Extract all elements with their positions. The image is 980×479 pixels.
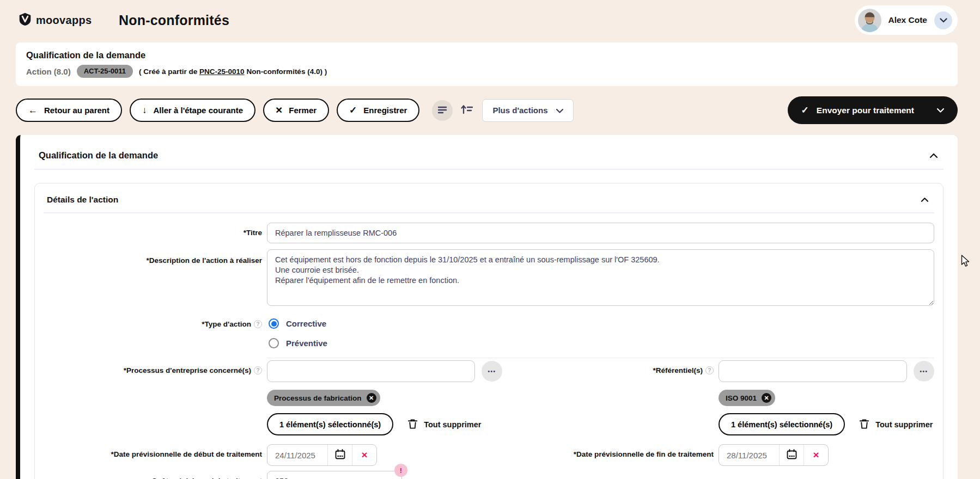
field-type-action: *Type d'action? Corrective Préventive (44, 314, 934, 358)
field-dates: *Date prévisionnelle de début de traitem… (44, 444, 934, 466)
help-icon[interactable]: ? (254, 366, 262, 374)
collapse-details-button[interactable] (918, 195, 931, 205)
document-type: Action (8.0) (26, 67, 71, 76)
processus-chip: Processus de fabrication ✕ (267, 390, 380, 406)
calendar-button[interactable] (780, 445, 804, 465)
row-divider (267, 358, 934, 358)
chevron-down-icon[interactable] (937, 108, 944, 113)
page-title: Non-conformités (119, 13, 229, 28)
ellipsis-icon: ••• (920, 369, 928, 374)
clear-date-button[interactable]: × (352, 445, 376, 465)
type-action-label: *Type d'action? (44, 314, 262, 358)
referentiel-picker-button[interactable]: ••• (914, 361, 934, 382)
calendar-icon (334, 449, 346, 462)
remove-chip-icon[interactable]: ✕ (762, 393, 771, 403)
trash-icon (407, 418, 418, 431)
processus-delete-all[interactable]: Tout supprimer (407, 418, 481, 431)
date-end-value[interactable]: 28/11/2025 (719, 451, 779, 460)
action-details-card: Détails de l'action *Titre *Description … (34, 183, 944, 479)
field-titre: *Titre (44, 223, 934, 243)
section-title: Qualification de la demande (39, 150, 158, 161)
remove-chip-icon[interactable]: ✕ (367, 393, 376, 403)
section-header: Qualification de la demande (34, 147, 944, 170)
action-toolbar: ← Retour au parent ↓ Aller à l'étape cou… (16, 96, 958, 124)
back-to-parent-button[interactable]: ← Retour au parent (16, 99, 122, 122)
created-from-link[interactable]: PNC-25-0010 (199, 67, 245, 76)
arrow-left-icon: ← (28, 106, 38, 115)
document-step-title: Qualification de la demande (26, 50, 947, 60)
date-end-field: 28/11/2025 × (719, 444, 934, 466)
ellipsis-icon: ••• (488, 369, 496, 374)
send-for-processing-button[interactable]: ✓ Envoyer pour traitement (788, 96, 958, 124)
brand-name: moovapps (36, 14, 92, 27)
date-end-control[interactable]: 28/11/2025 × (719, 444, 829, 466)
chevron-up-icon (921, 197, 929, 202)
sort-order-button[interactable] (458, 101, 476, 120)
field-description: *Description de l'action à réaliser Cet … (44, 249, 934, 308)
referentiel-input[interactable] (719, 360, 907, 382)
document-info-card: Qualification de la demande Action (8.0)… (16, 42, 958, 86)
radio-option-preventive[interactable]: Préventive (269, 338, 934, 348)
check-icon: ✓ (349, 106, 357, 115)
collapse-section-button[interactable] (927, 151, 940, 161)
processus-picker-button[interactable]: ••• (482, 361, 502, 382)
mouse-cursor (961, 255, 971, 270)
titre-input[interactable] (267, 223, 934, 243)
qualification-panel: Qualification de la demande Détails de l… (16, 135, 958, 479)
user-chevron-down-icon[interactable] (934, 11, 952, 29)
description-label: *Description de l'action à réaliser (44, 249, 262, 308)
field-multiselects: *Processus d'entreprise concerné(s)? •••… (44, 360, 934, 435)
check-icon: ✓ (801, 106, 809, 115)
details-header: Détails de l'action (44, 193, 934, 213)
chevron-down-icon (556, 106, 563, 115)
date-start-field: 24/11/2025 × (267, 444, 502, 466)
go-to-current-step-button[interactable]: ↓ Aller à l'étape courante (130, 99, 255, 122)
referentiel-selected-count-button[interactable]: 1 élément(s) sélectionné(s) (719, 413, 845, 435)
help-icon[interactable]: ? (705, 366, 714, 374)
summary-lines-icon (436, 103, 448, 117)
brand-logo: moovapps (18, 12, 104, 28)
radio-option-corrective[interactable]: Corrective (269, 318, 934, 329)
sort-order-icon (460, 104, 473, 116)
chevron-up-icon (929, 153, 938, 158)
date-start-value[interactable]: 24/11/2025 (267, 451, 327, 460)
processus-selected-count-button[interactable]: 1 élément(s) sélectionné(s) (267, 413, 393, 435)
field-cost: Coût prévisionnel de traitement ! (44, 471, 934, 479)
date-end-label: *Date prévisionnelle de fin de traitemen… (502, 444, 714, 466)
cost-input[interactable] (267, 471, 402, 479)
document-meta: Action (8.0) ACT-25-0011 ( Créé à partir… (26, 65, 947, 78)
calendar-button[interactable] (328, 445, 352, 465)
moovapps-shield-icon (18, 12, 32, 28)
close-button[interactable]: × Fermer (263, 99, 329, 122)
calendar-icon (786, 449, 798, 462)
user-menu[interactable]: Alex Cote (855, 5, 958, 35)
processus-label: *Processus d'entreprise concerné(s)? (44, 360, 262, 435)
user-name: Alex Cote (888, 15, 928, 25)
details-form: *Titre *Description de l'action à réalis… (44, 223, 934, 479)
radio-selected-icon[interactable] (269, 318, 279, 329)
more-actions-button[interactable]: Plus d'actions (482, 99, 573, 122)
description-textarea[interactable]: Cet équipement est hors de fonction depu… (267, 249, 934, 306)
cost-label: Coût prévisionnel de traitement (44, 471, 262, 479)
help-icon[interactable]: ? (254, 320, 262, 328)
app-header: moovapps Non-conformités Alex Cote (0, 0, 980, 40)
avatar (858, 9, 881, 32)
referentiel-delete-all[interactable]: Tout supprimer (859, 418, 933, 431)
date-start-label: *Date prévisionnelle de début de traitem… (44, 444, 262, 466)
form-summary-button[interactable] (432, 100, 453, 121)
alert-badge-icon: ! (394, 464, 407, 477)
referentiel-field: ••• ISO 9001 ✕ 1 élément(s) sélectionné(… (719, 360, 934, 435)
referentiel-chip: ISO 9001 ✕ (719, 390, 775, 406)
close-icon: × (276, 104, 282, 115)
date-start-control[interactable]: 24/11/2025 × (267, 444, 377, 466)
clear-date-button[interactable]: × (804, 445, 828, 465)
created-from-text: ( Créé à partir de PNC-25-0010 Non-confo… (139, 67, 327, 76)
processus-input[interactable] (267, 360, 475, 382)
arrow-down-icon: ↓ (142, 106, 147, 115)
referentiel-label: *Référentiel(s)? (502, 360, 714, 435)
save-button[interactable]: ✓ Enregistrer (337, 99, 419, 122)
titre-label: *Titre (44, 223, 262, 243)
radio-unselected-icon[interactable] (269, 338, 279, 348)
trash-icon (859, 418, 869, 431)
document-reference-badge: ACT-25-0011 (77, 65, 133, 78)
